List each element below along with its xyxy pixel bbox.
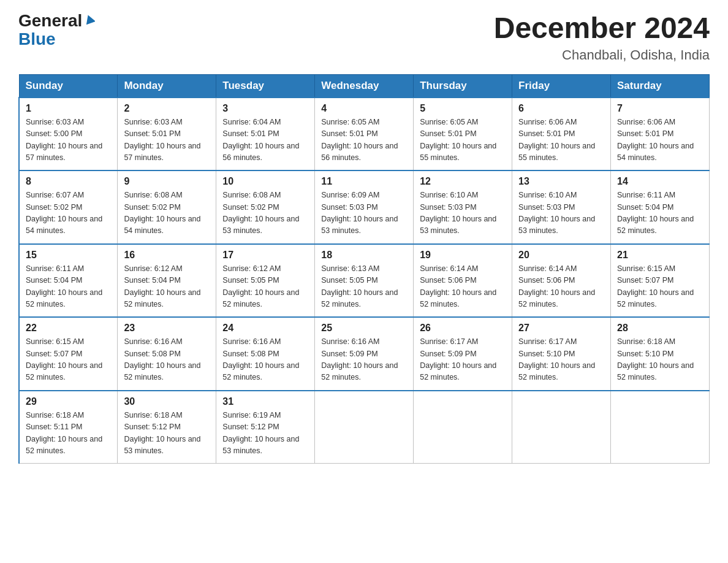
day-number: 15 xyxy=(26,250,111,261)
day-number: 2 xyxy=(124,103,210,114)
day-detail: Sunrise: 6:06 AMSunset: 5:01 PMDaylight:… xyxy=(518,117,604,164)
day-detail: Sunrise: 6:17 AMSunset: 5:10 PMDaylight:… xyxy=(518,336,604,384)
column-header-friday: Friday xyxy=(512,74,611,98)
header-row: SundayMondayTuesdayWednesdayThursdayFrid… xyxy=(19,74,710,98)
calendar-cell: 3Sunrise: 6:04 AMSunset: 5:01 PMDaylight… xyxy=(216,98,315,171)
day-number: 30 xyxy=(124,396,210,407)
day-detail: Sunrise: 6:08 AMSunset: 5:02 PMDaylight:… xyxy=(222,190,308,237)
week-row-4: 22Sunrise: 6:15 AMSunset: 5:07 PMDayligh… xyxy=(19,317,710,391)
day-number: 4 xyxy=(321,103,407,114)
day-detail: Sunrise: 6:18 AMSunset: 5:11 PMDaylight:… xyxy=(26,410,111,458)
calendar-subtitle: Chandbali, Odisha, India xyxy=(494,47,710,63)
calendar-cell: 18Sunrise: 6:13 AMSunset: 5:05 PMDayligh… xyxy=(315,244,414,318)
day-detail: Sunrise: 6:08 AMSunset: 5:02 PMDaylight:… xyxy=(124,190,210,237)
day-number: 19 xyxy=(420,250,506,261)
day-number: 29 xyxy=(26,396,111,407)
calendar-table: SundayMondayTuesdayWednesdayThursdayFrid… xyxy=(18,74,710,464)
calendar-cell: 4Sunrise: 6:05 AMSunset: 5:01 PMDaylight… xyxy=(315,98,414,171)
day-number: 28 xyxy=(617,323,703,334)
day-number: 5 xyxy=(420,103,506,114)
calendar-cell xyxy=(315,391,414,464)
day-detail: Sunrise: 6:12 AMSunset: 5:04 PMDaylight:… xyxy=(124,263,210,311)
day-detail: Sunrise: 6:10 AMSunset: 5:03 PMDaylight:… xyxy=(420,190,506,237)
calendar-cell: 8Sunrise: 6:07 AMSunset: 5:02 PMDaylight… xyxy=(19,170,118,244)
calendar-cell: 19Sunrise: 6:14 AMSunset: 5:06 PMDayligh… xyxy=(414,244,512,318)
day-number: 1 xyxy=(26,103,111,114)
calendar-cell: 6Sunrise: 6:06 AMSunset: 5:01 PMDaylight… xyxy=(512,98,611,171)
day-detail: Sunrise: 6:03 AMSunset: 5:01 PMDaylight:… xyxy=(124,117,210,164)
calendar-cell: 1Sunrise: 6:03 AMSunset: 5:00 PMDaylight… xyxy=(19,98,118,171)
calendar-cell xyxy=(512,391,611,464)
week-row-2: 8Sunrise: 6:07 AMSunset: 5:02 PMDaylight… xyxy=(19,170,710,244)
day-number: 18 xyxy=(321,250,407,261)
calendar-cell: 23Sunrise: 6:16 AMSunset: 5:08 PMDayligh… xyxy=(118,317,216,391)
column-header-monday: Monday xyxy=(118,74,216,98)
calendar-cell: 21Sunrise: 6:15 AMSunset: 5:07 PMDayligh… xyxy=(611,244,710,318)
day-detail: Sunrise: 6:07 AMSunset: 5:02 PMDaylight:… xyxy=(26,190,111,237)
calendar-cell: 13Sunrise: 6:10 AMSunset: 5:03 PMDayligh… xyxy=(512,170,611,244)
day-number: 26 xyxy=(420,323,506,334)
day-detail: Sunrise: 6:13 AMSunset: 5:05 PMDaylight:… xyxy=(321,263,407,311)
column-header-sunday: Sunday xyxy=(19,74,118,98)
day-number: 17 xyxy=(222,250,308,261)
day-detail: Sunrise: 6:14 AMSunset: 5:06 PMDaylight:… xyxy=(518,263,604,311)
day-number: 27 xyxy=(518,323,604,334)
title-block: December 2024 Chandbali, Odisha, India xyxy=(494,12,710,63)
day-number: 6 xyxy=(518,103,604,114)
day-detail: Sunrise: 6:16 AMSunset: 5:09 PMDaylight:… xyxy=(321,336,407,384)
day-detail: Sunrise: 6:06 AMSunset: 5:01 PMDaylight:… xyxy=(617,117,703,164)
day-detail: Sunrise: 6:18 AMSunset: 5:10 PMDaylight:… xyxy=(617,336,703,384)
calendar-cell: 27Sunrise: 6:17 AMSunset: 5:10 PMDayligh… xyxy=(512,317,611,391)
logo-triangle-icon xyxy=(84,13,95,26)
calendar-cell: 24Sunrise: 6:16 AMSunset: 5:08 PMDayligh… xyxy=(216,317,315,391)
page-header: General Blue December 2024 Chandbali, Od… xyxy=(18,12,710,63)
week-row-1: 1Sunrise: 6:03 AMSunset: 5:00 PMDaylight… xyxy=(19,98,710,171)
calendar-cell: 11Sunrise: 6:09 AMSunset: 5:03 PMDayligh… xyxy=(315,170,414,244)
calendar-cell: 7Sunrise: 6:06 AMSunset: 5:01 PMDaylight… xyxy=(611,98,710,171)
week-row-5: 29Sunrise: 6:18 AMSunset: 5:11 PMDayligh… xyxy=(19,391,710,464)
day-detail: Sunrise: 6:05 AMSunset: 5:01 PMDaylight:… xyxy=(321,117,407,164)
day-detail: Sunrise: 6:11 AMSunset: 5:04 PMDaylight:… xyxy=(617,190,703,237)
logo-general-text: General xyxy=(18,12,82,29)
day-number: 16 xyxy=(124,250,210,261)
calendar-cell: 28Sunrise: 6:18 AMSunset: 5:10 PMDayligh… xyxy=(611,317,710,391)
calendar-cell: 14Sunrise: 6:11 AMSunset: 5:04 PMDayligh… xyxy=(611,170,710,244)
column-header-tuesday: Tuesday xyxy=(216,74,315,98)
calendar-cell: 12Sunrise: 6:10 AMSunset: 5:03 PMDayligh… xyxy=(414,170,512,244)
week-row-3: 15Sunrise: 6:11 AMSunset: 5:04 PMDayligh… xyxy=(19,244,710,318)
day-detail: Sunrise: 6:15 AMSunset: 5:07 PMDaylight:… xyxy=(617,263,703,311)
day-detail: Sunrise: 6:12 AMSunset: 5:05 PMDaylight:… xyxy=(222,263,308,311)
calendar-cell: 30Sunrise: 6:18 AMSunset: 5:12 PMDayligh… xyxy=(118,391,216,464)
day-number: 31 xyxy=(222,396,308,407)
calendar-cell: 25Sunrise: 6:16 AMSunset: 5:09 PMDayligh… xyxy=(315,317,414,391)
day-detail: Sunrise: 6:16 AMSunset: 5:08 PMDaylight:… xyxy=(222,336,308,384)
day-number: 12 xyxy=(420,176,506,187)
day-number: 22 xyxy=(26,323,111,334)
day-detail: Sunrise: 6:11 AMSunset: 5:04 PMDaylight:… xyxy=(26,263,111,311)
logo: General Blue xyxy=(18,12,95,49)
calendar-cell: 29Sunrise: 6:18 AMSunset: 5:11 PMDayligh… xyxy=(19,391,118,464)
day-number: 8 xyxy=(26,176,111,187)
day-number: 3 xyxy=(222,103,308,114)
calendar-cell xyxy=(414,391,512,464)
day-number: 25 xyxy=(321,323,407,334)
calendar-cell: 17Sunrise: 6:12 AMSunset: 5:05 PMDayligh… xyxy=(216,244,315,318)
svg-marker-0 xyxy=(84,13,95,25)
day-number: 14 xyxy=(617,176,703,187)
calendar-cell: 2Sunrise: 6:03 AMSunset: 5:01 PMDaylight… xyxy=(118,98,216,171)
day-detail: Sunrise: 6:10 AMSunset: 5:03 PMDaylight:… xyxy=(518,190,604,237)
day-number: 24 xyxy=(222,323,308,334)
calendar-cell: 31Sunrise: 6:19 AMSunset: 5:12 PMDayligh… xyxy=(216,391,315,464)
calendar-cell: 9Sunrise: 6:08 AMSunset: 5:02 PMDaylight… xyxy=(118,170,216,244)
column-header-thursday: Thursday xyxy=(414,74,512,98)
day-detail: Sunrise: 6:16 AMSunset: 5:08 PMDaylight:… xyxy=(124,336,210,384)
day-number: 13 xyxy=(518,176,604,187)
day-detail: Sunrise: 6:05 AMSunset: 5:01 PMDaylight:… xyxy=(420,117,506,164)
calendar-cell: 22Sunrise: 6:15 AMSunset: 5:07 PMDayligh… xyxy=(19,317,118,391)
day-number: 10 xyxy=(222,176,308,187)
day-detail: Sunrise: 6:18 AMSunset: 5:12 PMDaylight:… xyxy=(124,410,210,458)
day-detail: Sunrise: 6:15 AMSunset: 5:07 PMDaylight:… xyxy=(26,336,111,384)
calendar-cell: 20Sunrise: 6:14 AMSunset: 5:06 PMDayligh… xyxy=(512,244,611,318)
day-number: 23 xyxy=(124,323,210,334)
day-detail: Sunrise: 6:03 AMSunset: 5:00 PMDaylight:… xyxy=(26,117,111,164)
